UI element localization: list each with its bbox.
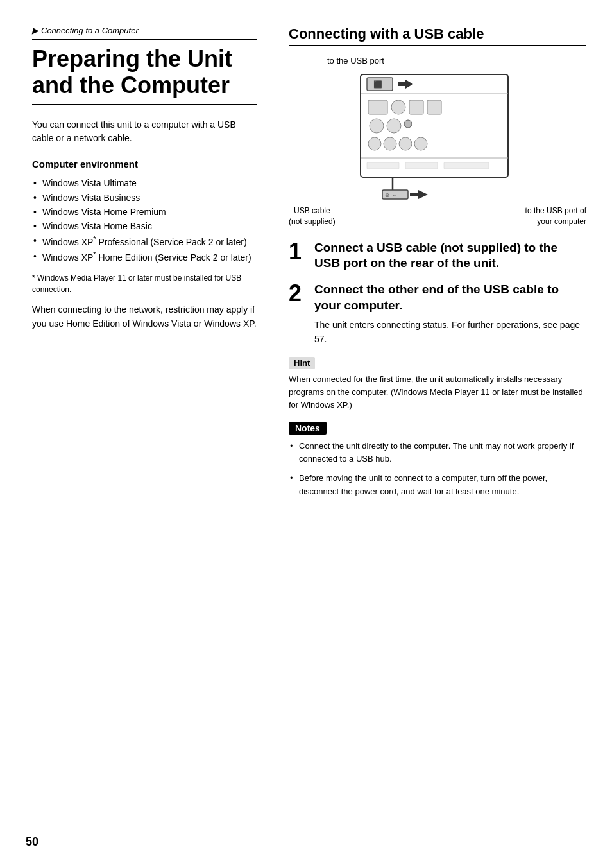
notes-box: Notes Connect the unit directly to the c… — [289, 422, 586, 498]
step-1-number: 1 — [289, 240, 307, 263]
cable-label-left: USB cable(not supplied) — [289, 205, 336, 227]
right-column: Connecting with a USB cable to the USB p… — [276, 26, 612, 842]
svg-point-14 — [399, 137, 412, 150]
step-2-content: Connect the other end of the USB cable t… — [314, 282, 586, 347]
list-item: Windows XP* Home Edition (Service Pack 2… — [32, 249, 257, 265]
svg-rect-19 — [444, 162, 489, 169]
svg-point-13 — [384, 137, 396, 150]
step-2-subtext: The unit enters connecting status. For f… — [314, 318, 586, 346]
list-item: Windows Vista Ultimate — [32, 176, 257, 190]
svg-point-11 — [404, 120, 412, 128]
left-column: ▶ Connecting to a Computer Preparing the… — [0, 26, 276, 842]
svg-point-10 — [387, 119, 401, 133]
network-note: When connecting to the network, restrict… — [32, 303, 257, 331]
svg-rect-18 — [405, 162, 438, 169]
hint-box: Hint When connected for the first time, … — [289, 357, 586, 412]
page-number: 50 — [26, 835, 38, 849]
step-2-number: 2 — [289, 282, 307, 305]
notes-item-1: Connect the unit directly to the compute… — [289, 440, 586, 465]
page-title: Preparing the Unit and the Computer — [32, 39, 257, 105]
svg-rect-5 — [368, 100, 387, 114]
page: ▶ Connecting to a Computer Preparing the… — [0, 0, 612, 868]
svg-marker-23 — [410, 190, 428, 199]
right-section-title: Connecting with a USB cable — [289, 26, 586, 46]
svg-text:⊕ ←: ⊕ ← — [385, 192, 398, 198]
step-1: 1 Connect a USB cable (not supplied) to … — [289, 240, 586, 272]
notes-item-2: Before moving the unit to connect to a c… — [289, 472, 586, 498]
breadcrumb-arrow: ▶ — [32, 26, 38, 35]
list-item: Windows Vista Home Basic — [32, 219, 257, 233]
svg-text:⬛: ⬛ — [373, 80, 382, 89]
footnote: * Windows Media Player 11 or later must … — [32, 272, 257, 295]
cable-labels: USB cable(not supplied) to the USB port … — [289, 205, 586, 227]
breadcrumb-text: Connecting to a Computer — [41, 26, 139, 35]
notes-list: Connect the unit directly to the compute… — [289, 440, 586, 498]
cable-label-right: to the USB port ofyour computer — [525, 205, 586, 227]
breadcrumb: ▶ Connecting to a Computer — [32, 26, 257, 35]
step-2-text: Connect the other end of the USB cable t… — [314, 282, 586, 313]
svg-rect-17 — [367, 162, 399, 169]
computer-environment-heading: Computer environment — [32, 159, 257, 169]
svg-rect-6 — [391, 100, 405, 114]
step-1-content: Connect a USB cable (not supplied) to th… — [314, 240, 586, 272]
svg-point-9 — [370, 119, 384, 133]
hint-text: When connected for the first time, the u… — [289, 373, 586, 412]
hint-label: Hint — [289, 357, 315, 369]
device-illustration: ⬛ — [341, 68, 534, 203]
step-2: 2 Connect the other end of the USB cable… — [289, 282, 586, 347]
svg-point-12 — [368, 137, 381, 150]
notes-label: Notes — [289, 422, 327, 435]
list-item: Windows Vista Business — [32, 191, 257, 205]
list-item: Windows Vista Home Premium — [32, 205, 257, 219]
svg-rect-8 — [427, 100, 441, 114]
step-1-text: Connect a USB cable (not supplied) to th… — [314, 240, 586, 272]
intro-text: You can connect this unit to a computer … — [32, 118, 257, 146]
list-item: Windows XP* Professional (Service Pack 2… — [32, 234, 257, 249]
svg-rect-7 — [409, 100, 423, 114]
svg-point-15 — [414, 137, 427, 150]
diagram-label-top: to the USB port — [327, 56, 384, 65]
diagram-area: to the USB port ⬛ — [289, 56, 586, 227]
os-list: Windows Vista Ultimate Windows Vista Bus… — [32, 176, 257, 265]
